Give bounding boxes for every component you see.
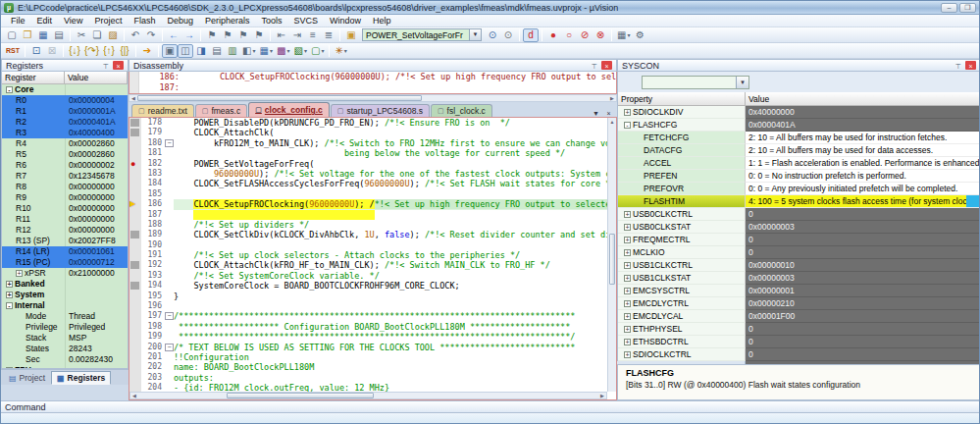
syscon-filter-combo[interactable]: ▼ (642, 76, 749, 89)
pin-icon[interactable]: ⊤ (100, 61, 111, 70)
breakpoint-margin[interactable] (129, 362, 141, 372)
disassembly-window-button[interactable]: ◫ (178, 44, 193, 58)
breakpoint-margin[interactable] (129, 292, 141, 301)
scroll-left-icon[interactable]: ◀ (130, 392, 138, 399)
menu-edit[interactable]: Edit (31, 16, 59, 26)
step-into-button[interactable]: {↓} (67, 44, 82, 58)
menu-flash[interactable]: Flash (128, 16, 161, 26)
maximize-button[interactable]: ❐ (959, 3, 976, 13)
code-text[interactable]: } (174, 292, 607, 301)
breakpoint-margin[interactable] (129, 322, 141, 332)
expand-icon[interactable]: + (624, 313, 631, 320)
code-text[interactable] (174, 189, 607, 199)
value-column-header[interactable]: Value (65, 72, 128, 84)
code-text[interactable]: /***************************************… (174, 311, 607, 321)
expand-icon[interactable]: + (624, 249, 631, 256)
dock-tab-registers[interactable]: ▦Registers (51, 371, 111, 385)
expand-icon[interactable]: + (624, 109, 631, 116)
disassembly-view[interactable]: 186: CLOCK_SetupFROClocking(96000000U); … (129, 72, 617, 94)
scroll-right-icon[interactable]: ▶ (598, 392, 606, 399)
value-column-header[interactable]: Value (746, 92, 980, 106)
syscon-row[interactable]: DATACFG2: 10 = All buffers may be used f… (618, 144, 980, 157)
memory-window-button[interactable]: ▦▾ (258, 44, 275, 58)
run-to-cursor-button[interactable]: {|} (117, 44, 132, 58)
code-text[interactable]: - {id: FRO12M_clock.outFreq, value: 12 M… (174, 383, 607, 392)
syscon-row[interactable]: +ETHPHYSEL0 (618, 323, 980, 336)
window-layout-button[interactable]: ▦▾ (615, 28, 632, 42)
menu-debug[interactable]: Debug (161, 16, 199, 26)
syscon-row[interactable]: +MCLKIO0 (618, 246, 980, 259)
menu-help[interactable]: Help (367, 16, 397, 26)
breakpoint-margin[interactable] (129, 271, 141, 281)
unindent-button[interactable]: ⇤ (274, 28, 289, 42)
menu-peripherals[interactable]: Peripherals (199, 16, 256, 26)
code-text[interactable] (174, 240, 607, 250)
syscon-row[interactable]: +EMCSYSCTRL0x00000001 (618, 285, 980, 297)
redo-button[interactable]: ↷ (143, 28, 159, 42)
expand-icon[interactable]: + (624, 237, 631, 243)
collapse-icon[interactable]: - (624, 122, 631, 129)
fold-collapse-icon[interactable]: − (165, 312, 174, 320)
copy-button[interactable]: ❏ (89, 28, 105, 42)
register-row[interactable]: -Core (2, 84, 128, 95)
scrollbar-thumb[interactable] (137, 95, 422, 101)
editor-tab-clock_config-c[interactable]: ▢clock_config.c (248, 102, 330, 117)
syscon-row[interactable]: +EMCDLYCTRL0x00000210 (618, 297, 980, 310)
editor-tab-startup_lpc54608-s[interactable]: ▢startup_LPC54608.s (331, 104, 430, 117)
editor-vscrollbar[interactable]: ▲ (607, 118, 616, 392)
code-text[interactable]: !!Configuration (174, 352, 607, 362)
system-viewer-button[interactable]: ▢▾ (309, 44, 326, 58)
breakpoint-margin[interactable] (129, 128, 141, 137)
syscon-row[interactable]: +USB0CLKCTRL0 (618, 208, 980, 221)
breakpoint-margin[interactable] (129, 332, 141, 342)
breakpoint-margin[interactable]: ▶ (129, 199, 141, 209)
code-text[interactable]: /*!< Set up clock selectors - Attach clo… (174, 250, 607, 260)
comment-selection-button[interactable]: ≡ (305, 28, 321, 42)
register-column-header[interactable]: Register (2, 72, 65, 84)
syscon-row[interactable]: ACCEL1: 1 = Flash acceleration is enable… (618, 157, 980, 170)
code-text[interactable]: /*!< Set SystemCoreClock variable. */ (174, 271, 607, 281)
configure-tools-button[interactable]: ⚙ (632, 28, 647, 42)
bookmark-next-button[interactable]: ⚑ (235, 28, 251, 42)
code-text[interactable]: being below the voltage for current spee… (174, 148, 607, 158)
property-column-header[interactable]: Property (618, 92, 746, 106)
find-in-files-button[interactable]: ⊙ (485, 28, 500, 42)
syscon-row[interactable]: +USB1CLKCTRL0x00000010 (618, 259, 980, 272)
new-file-button[interactable]: ▢ (4, 28, 20, 42)
syscon-row[interactable]: FETCHCFG2: 10 = All buffers may be used … (618, 132, 980, 144)
breakpoint-margin[interactable] (129, 169, 141, 179)
breakpoint-margin[interactable]: ● (129, 159, 141, 169)
menu-file[interactable]: File (5, 16, 31, 26)
breakpoint-margin[interactable] (129, 383, 141, 392)
expand-icon[interactable]: + (624, 288, 631, 294)
analysis-window-button[interactable]: ▧▾ (291, 44, 308, 58)
expand-icon[interactable]: + (16, 270, 23, 277)
toolbox-button[interactable]: ✳▾ (333, 44, 348, 58)
code-text[interactable]: CLOCK_SetupFROClocking(96000000U); /*!< … (174, 199, 607, 209)
paste-button[interactable]: ▨ (105, 28, 121, 42)
syscon-row[interactable]: PREFEN0: 0 = No instruction prefetch is … (618, 170, 980, 183)
scrollbar-thumb[interactable] (609, 234, 615, 285)
code-text[interactable]: /* TEXT BELOW IS USED AS SETTING FOR THE… (174, 343, 607, 352)
disable-breakpoint-button[interactable]: ○ (561, 28, 577, 42)
breakpoint-margin[interactable] (129, 311, 141, 321)
run-button[interactable]: ⊡ (28, 44, 44, 58)
syscon-row[interactable]: +ETHSBDCTRL0 (618, 336, 980, 348)
code-text[interactable]: POWER_SetVoltageForFreq( (174, 159, 607, 169)
call-stack-window-button[interactable]: ▥ (225, 44, 240, 58)
breakpoint-margin[interactable] (129, 230, 141, 239)
register-row[interactable]: R100x00000000 (2, 203, 128, 214)
code-text[interactable]: outputs: (174, 373, 607, 383)
breakpoint-margin[interactable] (129, 352, 141, 362)
syscon-row[interactable]: +USB0CLKSTAT0x00000003 (618, 221, 980, 234)
expand-icon[interactable]: + (624, 262, 631, 269)
register-row[interactable]: -Internal (2, 300, 128, 311)
close-file-icon[interactable]: × (603, 108, 614, 117)
editor-tab-fmeas-c[interactable]: ▢fmeas.c (195, 104, 247, 117)
syscon-row[interactable]: +FREQMECTRL0 (618, 234, 980, 246)
register-row[interactable]: PrivilegePrivileged (2, 322, 128, 333)
symbol-window-button[interactable]: ◨ (193, 44, 209, 58)
show-next-statement-button[interactable]: ➔ (139, 44, 155, 58)
register-row[interactable]: R120x00000000 (2, 225, 128, 236)
disable-all-breakpoints-button[interactable]: ⊘ (577, 28, 593, 42)
